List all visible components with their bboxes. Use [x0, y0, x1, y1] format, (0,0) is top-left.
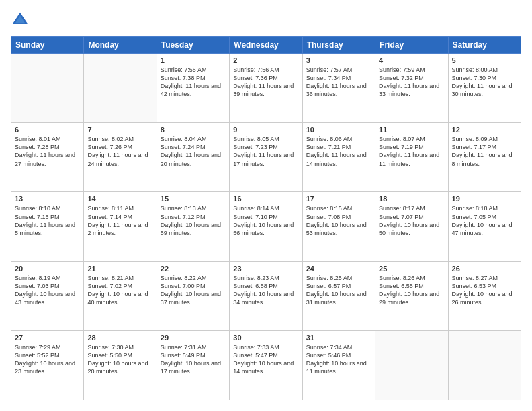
cell-details: Sunrise: 8:04 AMSunset: 7:24 PMDaylight:…	[161, 135, 226, 168]
calendar-cell: 7Sunrise: 8:02 AMSunset: 7:26 PMDaylight…	[84, 123, 157, 192]
calendar-day-header: Monday	[84, 37, 157, 54]
calendar-cell: 16Sunrise: 8:14 AMSunset: 7:10 PMDayligh…	[230, 192, 302, 261]
day-number: 15	[161, 195, 226, 203]
calendar-week-row: 6Sunrise: 8:01 AMSunset: 7:28 PMDaylight…	[11, 123, 521, 192]
calendar-cell: 1Sunrise: 7:55 AMSunset: 7:38 PMDaylight…	[157, 54, 229, 123]
cell-details: Sunrise: 8:13 AMSunset: 7:12 PMDaylight:…	[161, 204, 226, 237]
cell-details: Sunrise: 8:02 AMSunset: 7:26 PMDaylight:…	[87, 135, 152, 168]
calendar-week-row: 1Sunrise: 7:55 AMSunset: 7:38 PMDaylight…	[11, 54, 521, 123]
cell-details: Sunrise: 7:30 AMSunset: 5:50 PMDaylight:…	[87, 343, 152, 376]
calendar-cell: 2Sunrise: 7:56 AMSunset: 7:36 PMDaylight…	[230, 54, 302, 123]
cell-details: Sunrise: 8:19 AMSunset: 7:03 PMDaylight:…	[15, 274, 80, 307]
calendar-cell: 4Sunrise: 7:59 AMSunset: 7:32 PMDaylight…	[375, 54, 448, 123]
calendar-cell	[448, 330, 521, 400]
day-number: 9	[233, 126, 298, 134]
day-number: 20	[15, 265, 80, 273]
day-number: 29	[161, 334, 226, 342]
day-number: 16	[233, 195, 298, 203]
calendar-cell: 15Sunrise: 8:13 AMSunset: 7:12 PMDayligh…	[157, 192, 229, 261]
calendar-week-row: 27Sunrise: 7:29 AMSunset: 5:52 PMDayligh…	[11, 330, 521, 400]
calendar-day-header: Wednesday	[230, 37, 302, 54]
header	[11, 11, 521, 30]
calendar-cell	[375, 330, 448, 400]
calendar-cell: 14Sunrise: 8:11 AMSunset: 7:14 PMDayligh…	[84, 192, 157, 261]
day-number: 7	[87, 126, 152, 134]
calendar-cell: 30Sunrise: 7:33 AMSunset: 5:47 PMDayligh…	[230, 330, 302, 400]
calendar-cell: 8Sunrise: 8:04 AMSunset: 7:24 PMDaylight…	[157, 123, 229, 192]
page: SundayMondayTuesdayWednesdayThursdayFrid…	[0, 0, 532, 411]
calendar-cell: 23Sunrise: 8:23 AMSunset: 6:58 PMDayligh…	[230, 261, 302, 330]
cell-details: Sunrise: 8:26 AMSunset: 6:55 PMDaylight:…	[379, 274, 444, 307]
calendar-cell: 9Sunrise: 8:05 AMSunset: 7:23 PMDaylight…	[230, 123, 302, 192]
day-number: 28	[87, 334, 152, 342]
cell-details: Sunrise: 7:31 AMSunset: 5:49 PMDaylight:…	[161, 343, 226, 376]
day-number: 12	[452, 126, 517, 134]
day-number: 2	[233, 56, 298, 64]
cell-details: Sunrise: 7:29 AMSunset: 5:52 PMDaylight:…	[15, 343, 80, 376]
cell-details: Sunrise: 8:27 AMSunset: 6:53 PMDaylight:…	[452, 274, 517, 307]
cell-details: Sunrise: 8:17 AMSunset: 7:07 PMDaylight:…	[379, 204, 444, 237]
day-number: 26	[452, 265, 517, 273]
day-number: 23	[233, 265, 298, 273]
day-number: 14	[87, 195, 152, 203]
calendar-cell: 29Sunrise: 7:31 AMSunset: 5:49 PMDayligh…	[157, 330, 229, 400]
calendar-cell: 28Sunrise: 7:30 AMSunset: 5:50 PMDayligh…	[84, 330, 157, 400]
calendar-header-row: SundayMondayTuesdayWednesdayThursdayFrid…	[11, 37, 521, 54]
calendar-cell: 5Sunrise: 8:00 AMSunset: 7:30 PMDaylight…	[448, 54, 521, 123]
calendar-cell	[11, 54, 84, 123]
cell-details: Sunrise: 8:10 AMSunset: 7:15 PMDaylight:…	[15, 204, 80, 237]
calendar-cell: 22Sunrise: 8:22 AMSunset: 7:00 PMDayligh…	[157, 261, 229, 330]
cell-details: Sunrise: 8:01 AMSunset: 7:28 PMDaylight:…	[15, 135, 80, 168]
calendar-cell: 13Sunrise: 8:10 AMSunset: 7:15 PMDayligh…	[11, 192, 84, 261]
day-number: 5	[452, 56, 517, 64]
calendar-cell: 3Sunrise: 7:57 AMSunset: 7:34 PMDaylight…	[302, 54, 375, 123]
day-number: 11	[379, 126, 444, 134]
day-number: 1	[161, 56, 226, 64]
day-number: 8	[161, 126, 226, 134]
day-number: 19	[452, 195, 517, 203]
day-number: 3	[306, 56, 371, 64]
calendar-cell: 11Sunrise: 8:07 AMSunset: 7:19 PMDayligh…	[375, 123, 448, 192]
logo	[11, 11, 32, 30]
calendar-cell: 27Sunrise: 7:29 AMSunset: 5:52 PMDayligh…	[11, 330, 84, 400]
day-number: 10	[306, 126, 371, 134]
cell-details: Sunrise: 7:56 AMSunset: 7:36 PMDaylight:…	[233, 66, 298, 99]
calendar-day-header: Tuesday	[157, 37, 229, 54]
cell-details: Sunrise: 7:57 AMSunset: 7:34 PMDaylight:…	[306, 66, 371, 99]
calendar-cell: 10Sunrise: 8:06 AMSunset: 7:21 PMDayligh…	[302, 123, 375, 192]
calendar-cell: 6Sunrise: 8:01 AMSunset: 7:28 PMDaylight…	[11, 123, 84, 192]
calendar-week-row: 13Sunrise: 8:10 AMSunset: 7:15 PMDayligh…	[11, 192, 521, 261]
calendar-day-header: Sunday	[11, 37, 84, 54]
cell-details: Sunrise: 8:05 AMSunset: 7:23 PMDaylight:…	[233, 135, 298, 168]
calendar-cell: 25Sunrise: 8:26 AMSunset: 6:55 PMDayligh…	[375, 261, 448, 330]
calendar-table: SundayMondayTuesdayWednesdayThursdayFrid…	[11, 36, 521, 400]
calendar-cell: 17Sunrise: 8:15 AMSunset: 7:08 PMDayligh…	[302, 192, 375, 261]
calendar-cell: 12Sunrise: 8:09 AMSunset: 7:17 PMDayligh…	[448, 123, 521, 192]
cell-details: Sunrise: 8:21 AMSunset: 7:02 PMDaylight:…	[87, 274, 152, 307]
cell-details: Sunrise: 7:59 AMSunset: 7:32 PMDaylight:…	[379, 66, 444, 99]
cell-details: Sunrise: 8:22 AMSunset: 7:00 PMDaylight:…	[161, 274, 226, 307]
calendar-cell: 26Sunrise: 8:27 AMSunset: 6:53 PMDayligh…	[448, 261, 521, 330]
calendar-day-header: Thursday	[302, 37, 375, 54]
cell-details: Sunrise: 8:00 AMSunset: 7:30 PMDaylight:…	[452, 66, 517, 99]
calendar-cell: 24Sunrise: 8:25 AMSunset: 6:57 PMDayligh…	[302, 261, 375, 330]
day-number: 4	[379, 56, 444, 64]
cell-details: Sunrise: 8:18 AMSunset: 7:05 PMDaylight:…	[452, 204, 517, 237]
cell-details: Sunrise: 8:14 AMSunset: 7:10 PMDaylight:…	[233, 204, 298, 237]
cell-details: Sunrise: 8:15 AMSunset: 7:08 PMDaylight:…	[306, 204, 371, 237]
calendar-cell: 19Sunrise: 8:18 AMSunset: 7:05 PMDayligh…	[448, 192, 521, 261]
day-number: 18	[379, 195, 444, 203]
cell-details: Sunrise: 7:33 AMSunset: 5:47 PMDaylight:…	[233, 343, 298, 376]
cell-details: Sunrise: 8:23 AMSunset: 6:58 PMDaylight:…	[233, 274, 298, 307]
calendar-cell: 21Sunrise: 8:21 AMSunset: 7:02 PMDayligh…	[84, 261, 157, 330]
calendar-week-row: 20Sunrise: 8:19 AMSunset: 7:03 PMDayligh…	[11, 261, 521, 330]
calendar-day-header: Saturday	[448, 37, 521, 54]
logo-icon	[11, 11, 30, 30]
calendar-cell: 31Sunrise: 7:34 AMSunset: 5:46 PMDayligh…	[302, 330, 375, 400]
cell-details: Sunrise: 8:07 AMSunset: 7:19 PMDaylight:…	[379, 135, 444, 168]
day-number: 24	[306, 265, 371, 273]
cell-details: Sunrise: 8:11 AMSunset: 7:14 PMDaylight:…	[87, 204, 152, 237]
calendar-day-header: Friday	[375, 37, 448, 54]
day-number: 27	[15, 334, 80, 342]
calendar-cell	[84, 54, 157, 123]
